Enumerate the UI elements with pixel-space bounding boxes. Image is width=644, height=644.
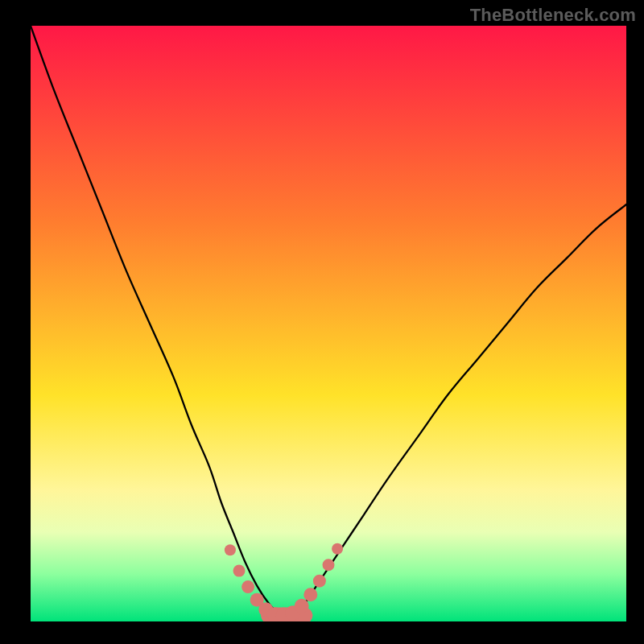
highlight-marker bbox=[295, 599, 309, 613]
highlight-marker bbox=[233, 565, 246, 577]
highlight-marker bbox=[323, 559, 335, 571]
highlight-marker bbox=[332, 543, 343, 555]
highlight-marker bbox=[313, 575, 326, 588]
highlight-marker bbox=[225, 544, 236, 555]
chart-svg bbox=[31, 26, 626, 621]
watermark-text: TheBottleneck.com bbox=[470, 5, 636, 26]
highlight-marker bbox=[303, 588, 317, 601]
chart-container: TheBottleneck.com bbox=[0, 0, 644, 644]
highlight-marker bbox=[242, 580, 254, 593]
plot-area bbox=[31, 26, 626, 621]
gradient-background bbox=[31, 26, 626, 621]
